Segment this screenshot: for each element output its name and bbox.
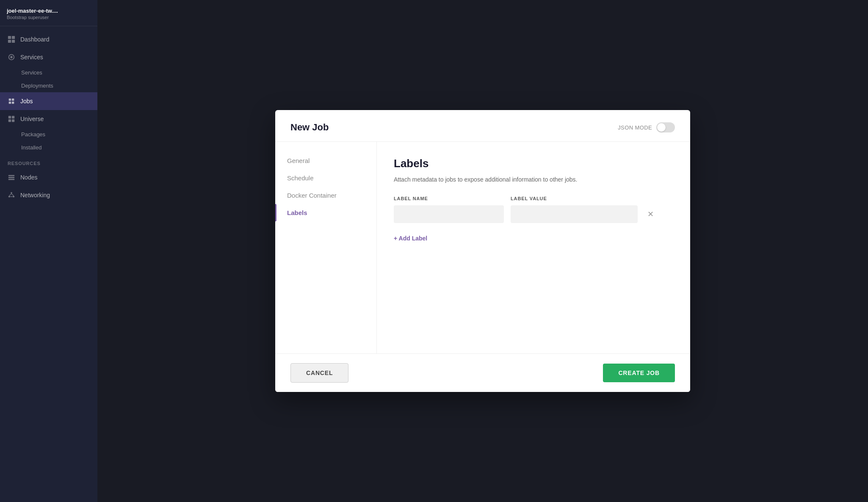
svg-rect-10: [12, 116, 14, 119]
sidebar-item-jobs[interactable]: Jobs: [0, 92, 97, 110]
svg-rect-14: [8, 177, 14, 178]
svg-line-20: [11, 193, 14, 196]
new-job-modal: New Job JSON MODE General Schedule Docke…: [275, 110, 690, 392]
modal-header: New Job JSON MODE: [275, 110, 690, 142]
label-value-input[interactable]: [511, 205, 638, 223]
sidebar-item-services[interactable]: Services: [0, 48, 97, 66]
sidebar-nav: Dashboard Services Services Deployments: [0, 26, 97, 502]
svg-rect-7: [9, 102, 11, 104]
svg-rect-3: [12, 40, 15, 43]
cancel-button[interactable]: CANCEL: [290, 363, 348, 383]
modal-overlay: New Job JSON MODE General Schedule Docke…: [97, 0, 868, 502]
networking-icon: [8, 191, 15, 199]
label-name-header: LABEL NAME: [394, 196, 504, 201]
svg-rect-5: [9, 99, 11, 101]
remove-label-button[interactable]: ✕: [644, 208, 656, 220]
toggle-knob: [657, 123, 666, 132]
svg-rect-15: [8, 179, 14, 180]
modal-title: New Job: [290, 122, 329, 133]
label-column-headers: LABEL NAME LABEL VALUE: [394, 196, 673, 201]
modal-nav-labels[interactable]: Labels: [275, 204, 376, 221]
sidebar-item-nodes[interactable]: Nodes: [0, 168, 97, 186]
section-title: Labels: [394, 157, 673, 170]
svg-rect-1: [12, 36, 15, 39]
json-mode-label: JSON MODE: [618, 124, 652, 131]
sidebar-item-networking[interactable]: Networking: [0, 186, 97, 204]
resources-label: RESOURCES: [0, 154, 97, 168]
label-input-row: ✕: [394, 205, 673, 223]
modal-nav-schedule[interactable]: Schedule: [275, 169, 376, 187]
sidebar-item-label: Nodes: [20, 174, 37, 181]
cluster-name: joel-master-ee-tw....: [7, 8, 91, 14]
dashboard-icon: [8, 36, 15, 43]
json-mode-switch[interactable]: [656, 122, 675, 132]
sidebar-sub-services[interactable]: Services: [0, 66, 97, 79]
modal-sidebar-nav: General Schedule Docker Container Labels: [275, 142, 377, 353]
modal-nav-docker-container[interactable]: Docker Container: [275, 187, 376, 204]
sidebar-item-universe[interactable]: Universe: [0, 110, 97, 128]
add-label-button[interactable]: + Add Label: [394, 235, 427, 242]
sidebar-item-label: Jobs: [20, 98, 33, 105]
nodes-icon: [8, 174, 15, 181]
cluster-subtitle: Bootstrap superuser: [7, 15, 91, 20]
svg-rect-2: [8, 40, 11, 43]
services-icon: [8, 53, 15, 61]
modal-footer: CANCEL CREATE JOB: [275, 353, 690, 392]
create-job-button[interactable]: CREATE JOB: [603, 364, 675, 382]
jobs-icon: [8, 97, 15, 105]
sidebar-item-label: Universe: [20, 116, 44, 122]
sidebar-item-dashboard[interactable]: Dashboard: [0, 30, 97, 48]
sidebar-sub-packages[interactable]: Packages: [0, 128, 97, 141]
svg-point-16: [11, 192, 12, 194]
sidebar: joel-master-ee-tw.... Bootstrap superuse…: [0, 0, 97, 502]
svg-rect-9: [8, 116, 11, 119]
svg-rect-0: [8, 36, 11, 39]
section-description: Attach metadata to jobs to expose additi…: [394, 175, 673, 184]
main-content: New Job JSON MODE General Schedule Docke…: [97, 0, 868, 502]
universe-icon: [8, 115, 15, 123]
modal-body: General Schedule Docker Container Labels…: [275, 142, 690, 353]
svg-rect-12: [12, 119, 14, 122]
svg-line-19: [9, 193, 11, 196]
sidebar-item-label: Services: [20, 54, 43, 61]
svg-rect-11: [8, 119, 11, 122]
svg-rect-13: [8, 175, 14, 177]
modal-section-content: Labels Attach metadata to jobs to expose…: [377, 142, 690, 353]
svg-rect-6: [12, 99, 14, 101]
svg-point-4: [10, 56, 12, 58]
modal-nav-general[interactable]: General: [275, 152, 376, 169]
sidebar-sub-deployments[interactable]: Deployments: [0, 79, 97, 92]
sidebar-header: joel-master-ee-tw.... Bootstrap superuse…: [0, 0, 97, 26]
svg-rect-8: [12, 102, 14, 104]
label-name-input[interactable]: [394, 205, 504, 223]
sidebar-sub-installed[interactable]: Installed: [0, 141, 97, 154]
json-mode-toggle[interactable]: JSON MODE: [618, 122, 675, 132]
sidebar-item-label: Dashboard: [20, 36, 50, 43]
sidebar-item-label: Networking: [20, 192, 50, 199]
label-value-header: LABEL VALUE: [511, 196, 638, 201]
